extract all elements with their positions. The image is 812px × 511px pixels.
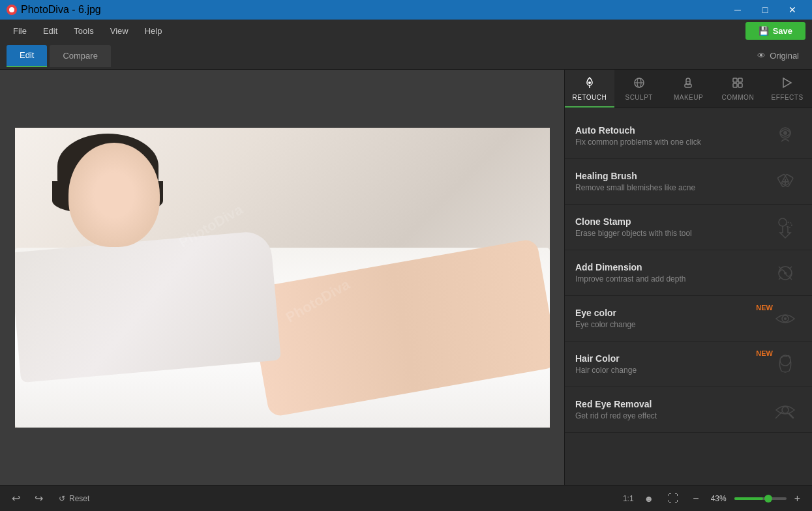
tab-edit[interactable]: Edit	[7, 45, 47, 67]
titlebar-controls: ─ □ ✕	[725, 0, 805, 20]
tool-eye-color[interactable]: Eye color Eye color change NEW	[565, 296, 812, 342]
svg-point-21	[784, 272, 787, 274]
menu-view[interactable]: View	[104, 23, 135, 38]
retouch-label: RETOUCH	[573, 94, 607, 101]
panel-tab-retouch[interactable]: RETOUCH	[565, 70, 614, 108]
tab-compare[interactable]: Compare	[50, 45, 110, 67]
panel-tab-sculpt[interactable]: SCULPT	[614, 70, 664, 108]
image-container: PhotoDiva PhotoDiva	[15, 128, 550, 428]
person-head	[68, 143, 160, 247]
person-icon-btn[interactable]: ☻	[640, 491, 658, 506]
svg-line-26	[789, 414, 793, 418]
tool-hair-color-icon-area	[769, 351, 802, 377]
common-label: COMMON	[721, 94, 754, 101]
tool-eye-color-text: Eye color Eye color change	[575, 308, 769, 329]
clone-stamp-icon	[772, 214, 798, 241]
eye-color-icon	[772, 306, 798, 332]
retouch-icon	[583, 76, 596, 91]
maximize-button[interactable]: □	[752, 0, 778, 20]
save-label: Save	[773, 26, 792, 36]
tool-red-eye-desc: Get rid of red eye effect	[575, 411, 769, 420]
panel-tab-makeup[interactable]: MAKEUP	[664, 70, 714, 108]
main-image: PhotoDiva PhotoDiva	[15, 128, 550, 428]
tool-auto-retouch-desc: Fix common problems with one click	[575, 138, 769, 147]
tool-healing-brush-icon-area	[769, 169, 802, 195]
tool-eye-color-name: Eye color	[575, 308, 769, 318]
original-button[interactable]: 👁 Original	[751, 48, 805, 63]
zoom-slider-fill	[734, 497, 763, 500]
effects-icon	[781, 76, 794, 91]
svg-rect-8	[738, 78, 742, 82]
save-icon: 💾	[759, 26, 769, 36]
svg-point-0	[588, 81, 591, 84]
svg-rect-9	[733, 83, 737, 87]
healing-brush-icon	[772, 169, 798, 195]
menu-file[interactable]: File	[7, 23, 33, 38]
menu-edit[interactable]: Edit	[37, 23, 64, 38]
tool-clone-stamp[interactable]: Clone Stamp Erase bigger objects with th…	[565, 205, 812, 250]
tool-clone-stamp-desc: Erase bigger objects with this tool	[575, 229, 769, 238]
tool-healing-brush-desc: Remove small blemishes like acne	[575, 183, 769, 192]
sculpt-label: SCULPT	[625, 94, 652, 101]
tool-clone-stamp-icon-area	[769, 214, 802, 241]
tool-eye-color-icon-area	[769, 306, 802, 332]
auto-retouch-icon	[772, 123, 798, 149]
toolbar: Edit Compare 👁 Original	[0, 42, 812, 70]
zoom-ratio-label: 1:1	[623, 494, 634, 503]
panel-tab-common[interactable]: COMMON	[713, 70, 762, 108]
svg-point-18	[779, 218, 787, 226]
app-logo	[7, 5, 17, 15]
fullscreen-button[interactable]: ⛶	[664, 490, 682, 507]
zoom-percent-label: 43%	[707, 494, 730, 503]
tool-auto-retouch-text: Auto Retouch Fix common problems with on…	[575, 125, 769, 147]
zoom-slider-track[interactable]	[734, 497, 787, 500]
close-button[interactable]: ✕	[779, 0, 805, 20]
common-icon	[731, 76, 744, 91]
zoom-controls: − 43% +	[689, 490, 804, 507]
main-area: PhotoDiva PhotoDiva RETOUCH	[0, 70, 812, 485]
tool-clone-stamp-name: Clone Stamp	[575, 216, 769, 227]
save-button[interactable]: 💾 Save	[745, 22, 805, 40]
makeup-label: MAKEUP	[674, 94, 703, 101]
tool-auto-retouch-name: Auto Retouch	[575, 125, 769, 136]
reset-button[interactable]: ↺ Reset	[53, 491, 95, 506]
reset-label: Reset	[69, 494, 89, 503]
tool-red-eye-icon-area	[769, 397, 802, 423]
tool-hair-color-name: Hair Color	[575, 353, 769, 364]
tool-add-dimension-desc: Improve contrast and add depth	[575, 274, 769, 284]
person-body	[15, 230, 281, 383]
tool-healing-brush-name: Healing Brush	[575, 171, 769, 181]
add-dimension-icon	[772, 260, 798, 286]
redo-button[interactable]: ↪	[31, 489, 47, 507]
menu-help[interactable]: Help	[138, 23, 169, 38]
minimize-button[interactable]: ─	[725, 0, 751, 20]
panel-tab-effects[interactable]: EFFECTS	[762, 70, 812, 108]
tool-hair-color-desc: Hair color change	[575, 366, 769, 375]
zoom-out-button[interactable]: −	[689, 490, 702, 507]
tab-compare-label: Compare	[63, 51, 97, 61]
tool-red-eye-name: Red Eye Removal	[575, 399, 769, 409]
menu-tools[interactable]: Tools	[67, 23, 100, 38]
undo-button[interactable]: ↩	[8, 489, 24, 507]
tool-auto-retouch[interactable]: Auto Retouch Fix common problems with on…	[565, 113, 812, 159]
tool-red-eye[interactable]: Red Eye Removal Get rid of red eye effec…	[565, 387, 812, 433]
svg-rect-10	[738, 83, 742, 87]
canvas-area[interactable]: PhotoDiva PhotoDiva	[0, 70, 564, 485]
right-panel: RETOUCH SCULPT	[564, 70, 812, 485]
hair-color-icon	[772, 351, 798, 377]
tool-add-dimension-text: Add Dimension Improve contrast and add d…	[575, 262, 769, 284]
svg-point-13	[783, 131, 787, 135]
eye-icon: 👁	[757, 51, 766, 61]
tool-hair-color[interactable]: Hair Color Hair color change NEW	[565, 342, 812, 387]
bottom-bar: ↩ ↪ ↺ Reset 1:1 ☻ ⛶ − 43% +	[0, 485, 812, 511]
menubar: File Edit Tools View Help 💾 Save	[0, 20, 812, 42]
tool-add-dimension[interactable]: Add Dimension Improve contrast and add d…	[565, 250, 812, 296]
svg-point-19	[787, 222, 792, 227]
reset-icon: ↺	[59, 494, 65, 503]
tool-auto-retouch-icon-area	[769, 123, 802, 149]
tool-add-dimension-name: Add Dimension	[575, 262, 769, 272]
tool-healing-brush[interactable]: Healing Brush Remove small blemishes lik…	[565, 159, 812, 205]
zoom-in-button[interactable]: +	[790, 490, 804, 507]
zoom-slider-thumb[interactable]	[764, 495, 772, 503]
svg-rect-14	[777, 174, 789, 187]
